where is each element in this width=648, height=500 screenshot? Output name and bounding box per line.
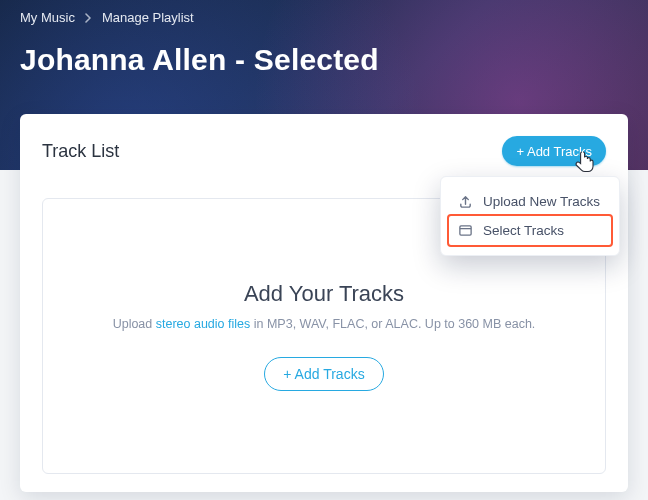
svg-rect-0 bbox=[459, 226, 470, 235]
add-tracks-secondary-button[interactable]: + Add Tracks bbox=[264, 357, 383, 391]
dropzone-help-text: Upload stereo audio files in MP3, WAV, F… bbox=[113, 315, 536, 334]
upload-icon bbox=[457, 194, 473, 209]
breadcrumb: My Music Manage Playlist bbox=[20, 10, 628, 25]
dropzone-text-post: in MP3, WAV, FLAC, or ALAC. Up to 360 MB… bbox=[250, 317, 535, 331]
browser-window-icon bbox=[457, 223, 473, 238]
menu-item-upload-new-tracks[interactable]: Upload New Tracks bbox=[449, 187, 611, 216]
page-title: Johanna Allen - Selected bbox=[20, 43, 628, 77]
dropzone-heading: Add Your Tracks bbox=[244, 281, 404, 307]
dropzone-text-pre: Upload bbox=[113, 317, 156, 331]
track-list-card: Track List + Add Tracks Upload New Track… bbox=[20, 114, 628, 492]
add-tracks-dropdown: Upload New Tracks Select Tracks bbox=[440, 176, 620, 256]
breadcrumb-current[interactable]: Manage Playlist bbox=[102, 10, 194, 25]
breadcrumb-root[interactable]: My Music bbox=[20, 10, 75, 25]
add-tracks-button-label: + Add Tracks bbox=[516, 144, 592, 159]
menu-item-select-tracks[interactable]: Select Tracks bbox=[449, 216, 611, 245]
add-tracks-button[interactable]: + Add Tracks bbox=[502, 136, 606, 166]
chevron-right-icon bbox=[85, 13, 92, 23]
menu-item-upload-label: Upload New Tracks bbox=[483, 194, 600, 209]
card-header: Track List + Add Tracks Upload New Track… bbox=[42, 136, 606, 166]
stereo-audio-files-link[interactable]: stereo audio files bbox=[156, 317, 251, 331]
card-title: Track List bbox=[42, 141, 119, 162]
menu-item-select-label: Select Tracks bbox=[483, 223, 564, 238]
add-tracks-secondary-label: + Add Tracks bbox=[283, 366, 364, 382]
